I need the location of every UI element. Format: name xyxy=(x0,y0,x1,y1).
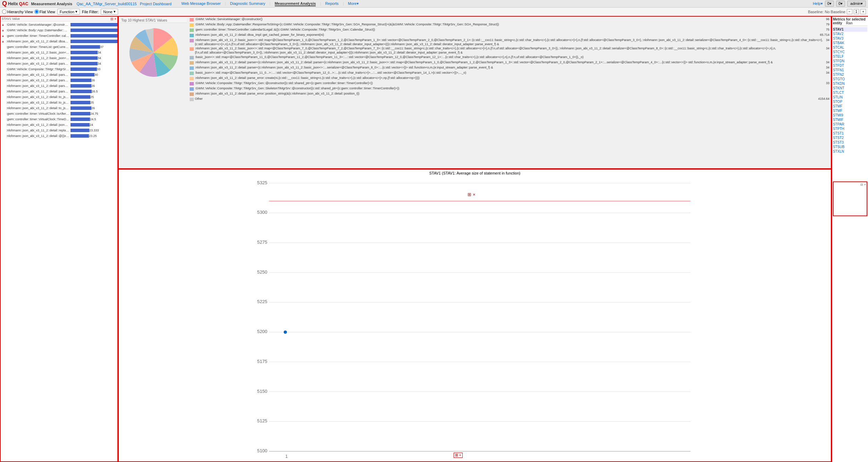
hierarchy-view-radio[interactable] xyxy=(2,9,7,14)
detail-row[interactable]: :GWM::Vehicle::Body::App::DateHandler::R… xyxy=(190,23,829,27)
detail-row[interactable]: :nlohmann::json_abi_v3_11_2::basic_json<… xyxy=(190,38,829,46)
detail-row[interactable]: :nlohmann::json_abi_v3_11_2::detail::par… xyxy=(190,66,829,71)
svg-text:5200: 5200 xyxy=(257,329,267,334)
bar-row[interactable]: :nlohmann::json_abi_v3_11_2::detail::par… xyxy=(1,89,117,94)
detail-row[interactable]: :GWM::Vehicle::ServiceManager::@construc… xyxy=(190,17,829,22)
bar-row[interactable]: :gwm::controller::timer::VirtualClock::i… xyxy=(1,111,117,116)
metric-item-stknt[interactable]: STKNT xyxy=(833,86,867,90)
bar-label: :nlohmann::json_abi_v3_11_2::detail::to_… xyxy=(6,95,71,99)
bar-row[interactable]: :gwm::controller::timer::VirtualClock::T… xyxy=(1,117,117,122)
metric-item-stav1[interactable]: STAV1 xyxy=(833,27,867,32)
bar-row[interactable]: :nlohmann::json_abi_v3_11_2::basic_json<… xyxy=(1,56,117,60)
metric-item-stav3[interactable]: STAV3 xyxy=(833,36,867,41)
bar-row[interactable]: :nlohmann::json_abi_v3_11_2::detail::@{(… xyxy=(1,133,117,138)
metric-item-stxln[interactable]: STXLN xyxy=(833,149,867,154)
left-collapse-btn[interactable]: ⊟ × xyxy=(110,17,116,21)
detail-row[interactable]: Other4154.64 xyxy=(190,97,829,102)
right-bottom-collapse[interactable]: ⊟ × xyxy=(834,183,866,186)
metric-item-stpar[interactable]: STPAR xyxy=(833,122,867,127)
metric-item-stgto[interactable]: STGTO xyxy=(833,77,867,81)
baseline-minus[interactable]: − xyxy=(847,9,852,14)
detail-row[interactable]: :nlohmann::json_abi_v3_11_2::basic_json<… xyxy=(190,47,829,55)
bar-row[interactable]: :nlohmann::json_abi_v3_11_2::detail::par… xyxy=(1,83,117,88)
metric-item-stkdn[interactable]: STKDN xyxy=(833,81,867,86)
metric-item-stpth[interactable]: STPTH xyxy=(833,127,867,131)
metric-item-stcyc[interactable]: STCYC xyxy=(833,50,867,54)
detail-row[interactable]: :nlohmann::json_abi_v3_11_2::detail::par… xyxy=(190,92,829,97)
bar-row[interactable]: :GWM::Vehicle::Composite::TiMgr::TiMgrSr… xyxy=(1,67,117,72)
function-dropdown[interactable]: Function ▾ xyxy=(57,9,80,15)
detail-row[interactable]: :basic_json<>::std::map<@ClassTempParam_… xyxy=(190,55,829,60)
detail-row[interactable]: :basic_json<>::std::map<@ClassTempParam_… xyxy=(190,71,829,76)
detail-row[interactable]: :nlohmann::json_abi_v3_11_2::detail::par… xyxy=(190,60,829,65)
detail-row[interactable]: :nlohmann::json_abi_v3_11_2::detail::par… xyxy=(190,76,829,81)
metric-item-stst3[interactable]: STST3 xyxy=(833,140,867,145)
metric-item-stmi9[interactable]: STMI9 xyxy=(833,113,867,117)
help-link[interactable]: Help▾ xyxy=(813,1,823,6)
detail-color xyxy=(190,39,194,42)
metric-item-stlct[interactable]: STLCT xyxy=(833,90,867,95)
bar-row[interactable]: :nlohmann::json_abi_v3_11_2::detail::rep… xyxy=(1,128,117,133)
baseline-plus[interactable]: + xyxy=(860,9,866,14)
detail-text: :GWM::Vehicle::ServiceManager::@construc… xyxy=(195,17,824,22)
bar xyxy=(71,129,89,132)
bar-row[interactable]: :gwm::controller::timer::TimerList::getC… xyxy=(1,44,117,49)
bar-row[interactable]: ▲:GWM::Vehicle::ServiceManager::@constru… xyxy=(1,22,117,27)
bar-row[interactable]: :nlohmann::json_abi_v3_11_2::detail::to_… xyxy=(1,106,117,111)
bar-value: 34 xyxy=(98,62,101,65)
bar-row[interactable]: ▲:nlohmann::json_abi_v3_11_2::detail::dt… xyxy=(1,39,117,44)
metric-item-stop[interactable]: STOP xyxy=(833,99,867,104)
metric-item-stmf[interactable]: STMF xyxy=(833,108,867,113)
nav-diagnostic[interactable]: Diagnostic Summary xyxy=(230,1,265,6)
metric-item-stfdt[interactable]: STFDT xyxy=(833,63,867,68)
detail-color xyxy=(190,47,194,51)
breadcrumb-project[interactable]: Qac_AA_TiMgr_Server_build00115 xyxy=(76,2,137,6)
flat-view-label[interactable]: Flat View xyxy=(34,9,55,14)
metric-item-stbak[interactable]: STBAK xyxy=(833,41,867,45)
metrics-list: STAV1STAV2STAV3STBAKSTCALSTCYCSTELFSTFDN… xyxy=(833,27,867,154)
detail-row[interactable]: :GWM::Vehicle::Composite::TiMgr::TiMgrSr… xyxy=(190,81,829,86)
metric-item-stfn2[interactable]: STFN2 xyxy=(833,72,867,77)
btn1[interactable]: 0▾ xyxy=(825,1,834,7)
detail-row[interactable]: :nlohmann::json_abi_v3_11_2::detail::dto… xyxy=(190,33,829,38)
detail-row[interactable]: :GWM::Vehicle::Composite::TiMgr::TiMgrSr… xyxy=(190,87,829,91)
right-panel-header: Metrics for selected entity Ran xyxy=(833,17,867,26)
bar-row[interactable]: :nlohmann::json_abi_v3_11_2::basic_json<… xyxy=(1,50,117,55)
hierarchy-view-label[interactable]: Hierarchy View xyxy=(2,9,33,14)
minimize-btn[interactable]: ⊞ × xyxy=(454,453,463,458)
metric-item-stav2[interactable]: STAV2 xyxy=(833,32,867,36)
filter-none-dropdown[interactable]: None ▾ xyxy=(101,9,118,15)
metric-item-stcal[interactable]: STCAL xyxy=(833,45,867,50)
metric-item-stmf[interactable]: STMF xyxy=(833,104,867,108)
metric-item-stst1[interactable]: STST1 xyxy=(833,131,867,136)
detail-row[interactable]: :gwm::controller::timer::TimerController… xyxy=(190,28,829,33)
admin-btn[interactable]: admin▾ xyxy=(847,1,866,7)
metric-item-stmif[interactable]: STMIF xyxy=(833,117,867,122)
btn2[interactable]: 0▾ xyxy=(836,1,845,7)
bar-row[interactable]: :nlohmann::json_abi_v3_11_2::detail::jso… xyxy=(1,122,117,127)
nav-web-browser[interactable]: Web Message Browser xyxy=(181,1,221,6)
nav-more[interactable]: More▾ xyxy=(348,1,359,6)
flat-view-radio[interactable] xyxy=(34,9,39,14)
metric-item-stlin[interactable]: STLIN xyxy=(833,95,867,99)
metric-item-stfdn[interactable]: STFDN xyxy=(833,59,867,63)
metric-item-stelf[interactable]: STELF xyxy=(833,54,867,59)
data-point[interactable] xyxy=(284,331,287,334)
bar-row[interactable]: :nlohmann::json_abi_v3_11_2::detail::to_… xyxy=(1,95,117,99)
metric-item-stfn1[interactable]: STFN1 xyxy=(833,68,867,72)
bar-row[interactable]: :nlohmann::json_abi_v3_11_2::detail::to_… xyxy=(1,100,117,105)
nav-measurement[interactable]: Measurement Analysis xyxy=(275,1,316,6)
breadcrumb-type[interactable]: Project Dashboard xyxy=(140,2,172,6)
nav-reports[interactable]: Reports xyxy=(325,1,339,6)
bar-row[interactable]: ▲:gwm::controller::timer::TimerControlle… xyxy=(1,33,117,38)
bar-label: :GWM::Vehicle::Body::App::DateHandler::R… xyxy=(6,29,71,32)
bar-row[interactable]: :nlohmann::json_abi_v3_11_2::detail::par… xyxy=(1,61,117,66)
bar-row[interactable]: ▲:GWM::Vehicle::Body::App::DateHandler::… xyxy=(1,28,117,33)
bar-row[interactable]: :nlohmann::json_abi_v3_11_2::detail::par… xyxy=(1,78,117,83)
baseline-one[interactable]: 1 xyxy=(854,9,859,14)
metric-item-stsub[interactable]: STSUB xyxy=(833,145,867,149)
detail-value: 65.714 xyxy=(820,33,829,37)
svg-text:5175: 5175 xyxy=(257,359,267,364)
bar-row[interactable]: :nlohmann::json_abi_v3_11_2::detail::par… xyxy=(1,72,117,77)
metric-item-stst2[interactable]: STST2 xyxy=(833,136,867,140)
